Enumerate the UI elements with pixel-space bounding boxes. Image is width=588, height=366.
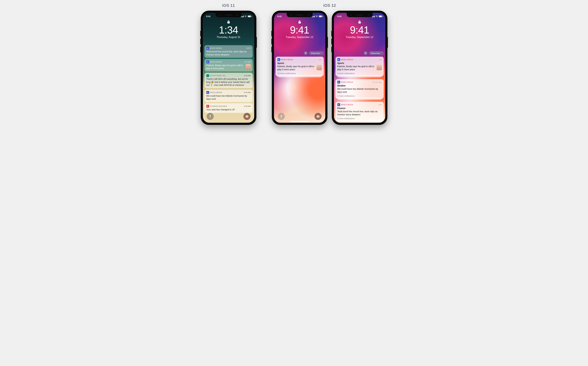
notification-title: Weather (337, 84, 382, 87)
status-time: 9:41 (337, 15, 342, 18)
notification-group[interactable]: mMIXED MEDIAnowSportsPatriots; Brady say… (275, 57, 324, 76)
home-indicator[interactable] (290, 121, 309, 122)
notch (216, 13, 242, 17)
status-time: 9:41 (206, 15, 211, 18)
lock-clock: 9:41 (350, 25, 369, 35)
comparison-stage: iOS 11 9:41 1:34 (201, 3, 387, 125)
phone-ios12-b: 9:41 9:41 Tuesday, September 12 (332, 11, 387, 125)
group-controls: Show less ⌃ (275, 51, 324, 55)
notification-title: Sports (337, 62, 382, 64)
notification-list[interactable]: mMIXED MEDIANOWTesla bond hits record lo… (204, 45, 253, 120)
notification-header: mMIXED MIEDA10 min ago (337, 81, 382, 84)
timestamp: 10 min ago (373, 81, 382, 83)
notch (347, 13, 373, 17)
status-right (312, 15, 322, 17)
app-icon: m (337, 58, 340, 61)
status-right (241, 15, 251, 17)
cellular-bars-icon (312, 15, 315, 17)
app-name: PIONEER AIRLINES (210, 105, 227, 107)
notification-body: There's still 30% off everything, but no… (206, 78, 251, 87)
status-time: 9:41 (277, 15, 282, 18)
battery-icon (319, 15, 322, 17)
notification-group[interactable]: mMIXED MEDIAnowSportsPatriots; Brady say… (336, 57, 384, 76)
dismiss-group-button[interactable] (304, 51, 308, 55)
camera-button[interactable] (243, 113, 251, 120)
timestamp: NOW (246, 47, 251, 49)
chevron-up-icon: ⌃ (321, 52, 322, 54)
thumbnail-image (246, 64, 251, 69)
lock-date: Tuesday, September 12 (286, 36, 314, 39)
notification-list[interactable]: Show less ⌃ mMIXED MEDIAnowSportsPatriot… (336, 51, 384, 120)
timestamp: now (319, 59, 322, 61)
flashlight-button[interactable] (207, 113, 214, 120)
app-name: MIXED MEDIA (210, 47, 222, 49)
app-name: MIXED MEDIA (281, 59, 293, 61)
section-title-ios11: iOS 11 (222, 3, 235, 8)
battery-icon (379, 15, 383, 17)
app-icon: m (206, 47, 209, 50)
notification-card[interactable]: mMIXED MEDIA9:20 AMPatriots; Brady says … (204, 59, 253, 71)
section-ios11: iOS 11 9:41 1:34 (201, 3, 256, 125)
app-name: OUTFITTERS, INC (210, 75, 226, 76)
more-count: 3 more notifications (337, 95, 382, 97)
timestamp: 9:20 AM (244, 61, 251, 63)
app-icon: m (206, 91, 209, 94)
quick-actions (207, 113, 251, 120)
screen[interactable]: 9:41 9:41 Tuesday, September 12 (274, 13, 325, 123)
section-title-ios12: iOS 12 (323, 3, 336, 8)
lock-date: Thursday, August 31 (217, 36, 240, 39)
show-less-label: Show less (371, 52, 380, 54)
wifi-icon (376, 15, 378, 17)
dismiss-group-button[interactable] (364, 51, 368, 55)
screen[interactable]: 9:41 1:34 Thursday, August 31 mMIXED MED… (203, 13, 254, 123)
cellular-bars-icon (372, 15, 375, 17)
more-count: 13 more notifications (277, 72, 322, 75)
notification-header: mMIXED MEDIAnow (337, 103, 382, 106)
app-icon: P (206, 105, 209, 107)
notification-list[interactable]: Show less ⌃ mMIXED MEDIAnowSportsPatriot… (275, 51, 324, 120)
lock-closed-icon (227, 20, 230, 24)
notification-card[interactable]: mMIXED MEDIANOWTesla bond hits record lo… (204, 45, 253, 58)
phone-ios11: 9:41 1:34 Thursday, August 31 mMIXED MED… (201, 11, 256, 125)
camera-button[interactable] (314, 113, 321, 120)
app-icon (206, 74, 209, 77)
notification-body: Patriots; Brady says his goal is still t… (206, 64, 251, 70)
screen[interactable]: 9:41 9:41 Tuesday, September 12 (334, 13, 385, 123)
cellular-bars-icon (241, 15, 244, 17)
more-count: 3 more notifications (337, 117, 382, 120)
app-name: MIXED MIEDA (341, 81, 353, 83)
notification-header: mMIXED MEDIA9:20 AM (206, 61, 251, 63)
notification-title: Sports (277, 62, 322, 64)
wifi-icon (316, 15, 318, 17)
show-less-label: Show less (311, 52, 320, 54)
show-less-button[interactable]: Show less ⌃ (369, 51, 384, 55)
notification-header: mMIXED MEDIAnow (337, 58, 382, 61)
notification-group[interactable]: mMIXED MEDIAnowFinanceTesla bond hits re… (336, 102, 384, 121)
notification-card[interactable]: OUTFITTERS, INC9:30 AMThere's still 30% … (204, 73, 253, 88)
app-icon: m (277, 58, 280, 61)
notification-header: mMIXED MEDIA9:45 AM (206, 91, 251, 94)
timestamp: now (378, 59, 382, 61)
app-icon: m (337, 81, 340, 84)
more-count: 5 more notifications (337, 72, 382, 75)
quick-actions (278, 113, 321, 120)
notification-card[interactable]: PPIONEER AIRLINES8:30 AMYour seat has ch… (204, 103, 253, 113)
show-less-button[interactable]: Show less ⌃ (309, 51, 324, 55)
thumbnail-image (376, 65, 382, 70)
app-icon: m (206, 61, 209, 63)
lock-header: 9:41 Tuesday, September 12 (274, 19, 325, 39)
notification-body: We could have two Atlantic hurricanes by… (337, 88, 382, 93)
timestamp: 9:30 AM (244, 75, 251, 76)
notification-body: We could have two Atlantic hurricanes by… (206, 94, 251, 100)
notification-card[interactable]: mMIXED MEDIA9:45 AMWe could have two Atl… (204, 90, 253, 102)
app-name: MIXED MEDIA (341, 104, 353, 106)
flashlight-button[interactable] (278, 113, 285, 120)
notification-body: Patriots; Brady says his goal is still t… (277, 65, 322, 71)
notification-group[interactable]: mMIXED MIEDA10 min agoWeatherWe could ha… (336, 79, 384, 99)
chevron-up-icon: ⌃ (381, 52, 382, 54)
timestamp: 8:30 AM (244, 105, 251, 107)
notification-body: Tesla bond hits record low, stock slips … (206, 50, 251, 56)
lock-open-icon (298, 20, 301, 24)
lock-date: Tuesday, September 12 (346, 36, 374, 39)
thumbnail-image (317, 65, 322, 70)
